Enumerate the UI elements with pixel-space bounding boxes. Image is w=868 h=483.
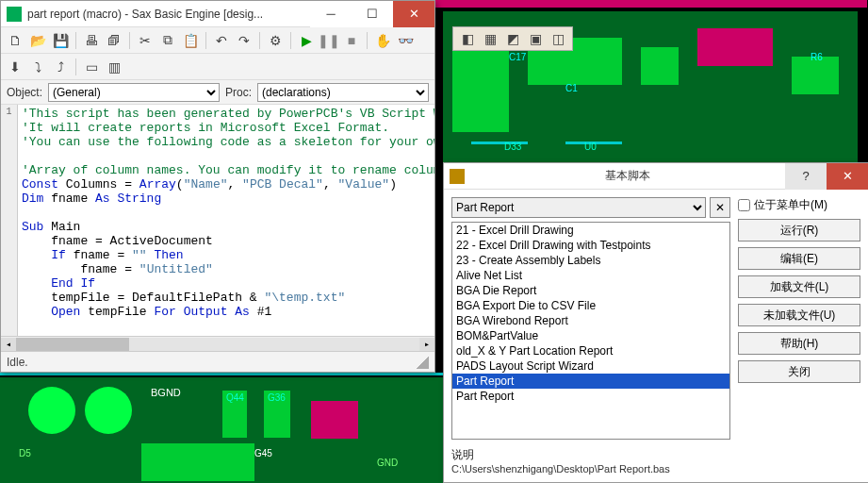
close-button[interactable]: ✕ [393,1,434,27]
close-dialog-button[interactable]: 关闭 [738,360,860,383]
desc-label: 说明 [451,447,730,463]
list-item[interactable]: Part Report [452,374,729,389]
desc-path: C:\Users\shenzhigang\Desktop\Part Report… [451,463,730,475]
list-item[interactable]: 23 - Create Assembly Labels [452,253,729,268]
scripts-title: 基本脚本 [470,168,785,184]
proc-select[interactable]: (declarations) [257,83,429,102]
pcb-label: D5 [19,448,31,458]
scripts-titlebar[interactable]: 基本脚本 ? ✕ [444,163,868,190]
object-label: Object: [7,86,42,99]
pause-icon[interactable]: ❚❚ [319,30,339,51]
maximize-button[interactable]: ☐ [352,1,393,27]
pcb-tool-5[interactable]: ◫ [548,28,568,49]
in-menu-checkbox[interactable] [738,199,750,211]
unload-file-button[interactable]: 未加载文件(U) [738,304,860,326]
pcb-label: C1 [565,83,578,93]
in-menu-label: 位于菜单中(M) [754,197,827,213]
list-item[interactable]: BOM&PartValue [452,328,729,343]
copy-icon[interactable]: ⧉ [157,30,178,51]
script-listbox[interactable]: 21 - Excel Drill Drawing22 - Excel Drill… [451,222,730,440]
scroll-thumb[interactable] [16,338,129,351]
line-marker: 1 [1,107,17,117]
pcb-label: Q44 [226,392,244,403]
editor-title: part report (macro) - Sax Basic Engine [… [27,8,310,21]
open-icon[interactable]: 📂 [27,30,48,51]
code-editor[interactable]: 1 'This script has been generated by Pow… [1,105,434,351]
code-body[interactable]: 'This script has been generated by Power… [18,105,434,351]
list-item[interactable]: BGA Export Die to CSV File [452,298,729,313]
pcb-label: GND [377,458,398,468]
scripts-close-button[interactable]: ✕ [827,163,868,190]
print-preview-icon[interactable]: 🗊 [104,30,124,51]
pcb-tool-4[interactable]: ▣ [525,28,546,49]
list-item[interactable]: Part Report [452,389,729,404]
list-item[interactable]: BGA Wirebond Report [452,313,729,328]
watch-icon[interactable]: 👓 [395,30,416,51]
clear-dropdown-button[interactable]: ✕ [710,197,730,218]
list-item[interactable]: old_X & Y Part Location Report [452,343,729,358]
edit-button[interactable]: 编辑(E) [738,247,860,270]
new-icon[interactable]: 🗋 [5,30,25,51]
scroll-left-icon[interactable]: ◂ [1,338,16,351]
reference-icon[interactable]: ⚙ [265,30,286,51]
editor-titlebar[interactable]: part report (macro) - Sax Basic Engine [… [1,1,434,27]
help-button[interactable]: 帮助(H) [738,332,860,355]
pcb-label: C17 [509,52,526,62]
scroll-right-icon[interactable]: ▸ [419,338,434,351]
code-gutter: 1 [1,105,18,351]
dialog-icon[interactable]: ▥ [104,57,124,77]
in-menu-checkbox-row[interactable]: 位于菜单中(M) [738,197,860,213]
pcb-toolbar: ◧ ▦ ◩ ▣ ◫ [452,26,573,51]
cut-icon[interactable]: ✂ [135,30,156,51]
list-item[interactable]: 21 - Excel Drill Drawing [452,223,729,238]
pcb-label: R6 [811,52,823,62]
pcb-tool-1[interactable]: ◧ [457,28,478,49]
object-proc-bar: Object: (General) Proc: (declarations) [1,80,434,105]
pcb-label: G45 [254,448,272,458]
list-item[interactable]: Alive Net List [452,268,729,283]
horizontal-scrollbar[interactable]: ◂ ▸ [1,336,434,351]
load-file-button[interactable]: 加载文件(L) [738,275,860,298]
scripts-help-button[interactable]: ? [785,163,827,190]
list-item[interactable]: PADS Layout Script Wizard [452,358,729,374]
editor-toolbar-1: 🗋 📂 💾 🖶 🗊 ✂ ⧉ 📋 ↶ ↷ ⚙ ▶ ❚❚ ■ ✋ 👓 [1,27,434,54]
resize-grip-icon[interactable] [416,356,429,369]
pcb-tool-2[interactable]: ▦ [480,28,500,49]
run-button[interactable]: 运行(R) [738,219,860,242]
breakpoint-icon[interactable]: ✋ [372,30,393,51]
stop-icon[interactable]: ■ [341,30,362,51]
undo-icon[interactable]: ↶ [211,30,232,51]
step-into-icon[interactable]: ⬇ [5,57,25,77]
script-dropdown[interactable]: Part Report [451,197,706,218]
app-icon [7,7,22,22]
paste-icon[interactable]: 📋 [180,30,201,51]
pcb-label: BGND [151,387,181,398]
list-item[interactable]: 22 - Excel Drill Drawing with Testpoints [452,238,729,253]
pcb-label: U0 [584,142,597,152]
print-icon[interactable]: 🖶 [81,30,102,51]
scripts-app-icon [450,169,465,184]
pcb-label: G36 [268,392,286,403]
redo-icon[interactable]: ↷ [234,30,254,51]
editor-window: part report (macro) - Sax Basic Engine [… [0,0,435,373]
step-out-icon[interactable]: ⤴ [50,57,71,77]
proc-label: Proc: [225,86,252,99]
minimize-button[interactable]: ─ [310,1,352,27]
object-select[interactable]: (General) [48,83,220,102]
status-text: Idle. [7,356,28,369]
editor-toolbar-2: ⬇ ⤵ ⤴ ▭ ▥ [1,54,434,80]
editor-statusbar: Idle. [1,351,434,372]
module-icon[interactable]: ▭ [81,57,102,77]
save-icon[interactable]: 💾 [50,30,71,51]
pcb-tool-3[interactable]: ◩ [502,28,523,49]
run-icon[interactable]: ▶ [296,30,317,51]
scripts-window: 基本脚本 ? ✕ Part Report ✕ 21 - Excel Drill … [443,162,868,483]
pcb-label: D33 [504,142,521,152]
list-item[interactable]: BGA Die Report [452,283,729,298]
step-over-icon[interactable]: ⤵ [27,57,48,77]
